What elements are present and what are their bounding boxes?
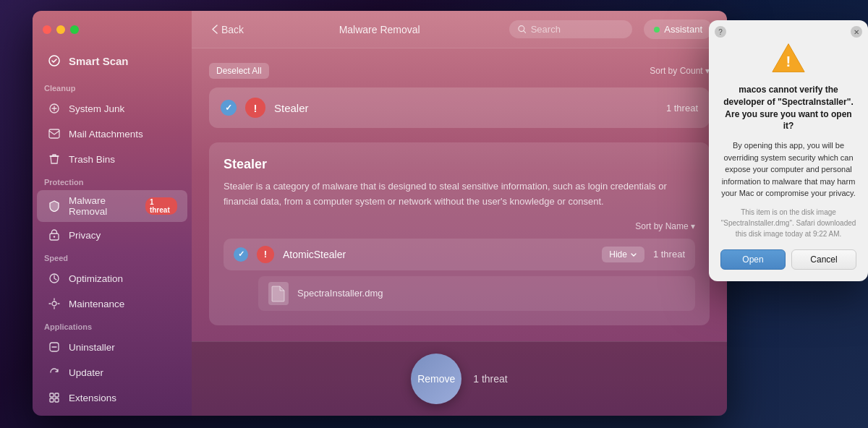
content-area: Deselect All Sort by Count ▾ ✓ ! Stealer… bbox=[192, 48, 727, 341]
file-row: SpectraInstaller.dmg bbox=[258, 276, 695, 311]
stealer-card: ✓ ! Stealer 1 threat bbox=[209, 87, 710, 128]
atomic-stealer-row: ✓ ! AtomicStealer Hide 1 threat bbox=[224, 239, 695, 270]
sidebar-item-extensions[interactable]: Extensions bbox=[37, 385, 187, 410]
privacy-label: Privacy bbox=[69, 230, 101, 241]
files-section: Files bbox=[33, 411, 192, 416]
svg-rect-8 bbox=[50, 393, 54, 397]
sidebar-item-malware-removal[interactable]: Malware Removal 1 threat bbox=[37, 190, 187, 222]
file-name: SpectraInstaller.dmg bbox=[297, 288, 383, 299]
remove-button[interactable]: Remove bbox=[411, 354, 461, 404]
atomic-threat-count: 1 threat bbox=[653, 249, 685, 260]
malware-removal-icon bbox=[47, 199, 61, 213]
dialog-body-text: By opening this app, you will be overrid… bbox=[720, 140, 856, 200]
back-button[interactable]: Back bbox=[206, 21, 250, 38]
dialog-body: ! macos cannot verify the developer of "… bbox=[709, 20, 868, 281]
detail-title: Stealer bbox=[224, 157, 695, 172]
dialog-warning-icon: ! bbox=[771, 40, 806, 75]
smart-scan-label: Smart Scan bbox=[69, 55, 129, 67]
hide-button[interactable]: Hide bbox=[602, 247, 644, 262]
minimize-button[interactable] bbox=[56, 25, 65, 34]
sidebar-item-smart-scan[interactable]: Smart Scan bbox=[37, 46, 187, 75]
smart-scan-icon bbox=[47, 54, 61, 68]
malware-removal-label: Malware Removal bbox=[69, 195, 138, 217]
section-header: Deselect All Sort by Count ▾ bbox=[209, 63, 710, 79]
dialog-cancel-button[interactable]: Cancel bbox=[791, 249, 856, 270]
stealer-check: ✓ bbox=[221, 100, 237, 116]
atomic-stealer-name: AtomicStealer bbox=[283, 249, 593, 260]
applications-section: Applications bbox=[33, 317, 192, 334]
main-header: Back Malware Removal Assistant bbox=[192, 11, 727, 48]
sidebar-item-system-junk[interactable]: System Junk bbox=[37, 96, 187, 121]
dialog-open-button[interactable]: Open bbox=[720, 249, 786, 270]
atomic-stealer-warning-icon: ! bbox=[257, 246, 274, 263]
maintenance-icon bbox=[47, 296, 61, 311]
speed-section: Speed bbox=[33, 248, 192, 265]
malware-threat-badge: 1 threat bbox=[145, 197, 177, 215]
remove-threat-count: 1 threat bbox=[473, 373, 507, 385]
trash-bins-label: Trash Bins bbox=[69, 154, 115, 165]
search-bar[interactable] bbox=[509, 20, 632, 38]
sidebar: Smart Scan Cleanup System Junk Mail Atta… bbox=[33, 11, 192, 416]
privacy-icon bbox=[47, 228, 61, 242]
dialog-help-icon: ? bbox=[715, 26, 726, 38]
svg-rect-10 bbox=[50, 398, 54, 402]
chevron-down-icon bbox=[630, 251, 637, 258]
dialog-buttons: Open Cancel bbox=[720, 249, 856, 270]
header-title: Malware Removal bbox=[261, 24, 498, 35]
mail-attachments-label: Mail Attachments bbox=[69, 129, 143, 140]
window-controls bbox=[33, 25, 192, 46]
sort-name-label[interactable]: Sort by Name ▾ bbox=[635, 221, 695, 231]
protection-section: Protection bbox=[33, 172, 192, 189]
svg-rect-11 bbox=[55, 398, 59, 402]
sidebar-item-optimization[interactable]: Optimization bbox=[37, 266, 187, 291]
assistant-status-dot bbox=[654, 27, 660, 33]
main-content: Back Malware Removal Assistant Deselect … bbox=[192, 11, 727, 416]
deselect-all-button[interactable]: Deselect All bbox=[209, 63, 269, 79]
updater-icon bbox=[47, 365, 61, 380]
sidebar-item-trash-bins[interactable]: Trash Bins bbox=[37, 147, 187, 171]
search-input[interactable] bbox=[531, 24, 624, 35]
remove-button-label: Remove bbox=[417, 373, 455, 385]
svg-point-6 bbox=[52, 301, 56, 306]
detail-description: Stealer is a category of malware that is… bbox=[224, 179, 695, 210]
sort-bar: Sort by Name ▾ bbox=[224, 221, 695, 231]
sidebar-item-updater[interactable]: Updater bbox=[37, 360, 187, 385]
svg-text:!: ! bbox=[786, 54, 791, 69]
maximize-button[interactable] bbox=[70, 25, 79, 34]
optimization-label: Optimization bbox=[69, 273, 123, 284]
assistant-button[interactable]: Assistant bbox=[644, 20, 712, 39]
sidebar-item-maintenance[interactable]: Maintenance bbox=[37, 291, 187, 316]
assistant-label: Assistant bbox=[664, 24, 702, 35]
dmg-file-icon bbox=[268, 282, 289, 305]
maintenance-label: Maintenance bbox=[69, 299, 124, 309]
atomic-stealer-check: ✓ bbox=[234, 247, 248, 262]
remove-bar: Remove 1 threat bbox=[192, 341, 727, 416]
uninstaller-label: Uninstaller bbox=[69, 342, 115, 353]
svg-rect-2 bbox=[49, 129, 59, 138]
sidebar-item-mail-attachments[interactable]: Mail Attachments bbox=[37, 121, 187, 146]
extensions-icon bbox=[47, 390, 61, 405]
sidebar-item-privacy[interactable]: Privacy bbox=[37, 223, 187, 247]
optimization-icon bbox=[47, 271, 61, 286]
sort-count-label[interactable]: Sort by Count ▾ bbox=[650, 66, 710, 76]
system-junk-icon bbox=[47, 101, 61, 116]
stealer-warning-icon: ! bbox=[245, 98, 265, 118]
search-icon bbox=[518, 25, 526, 34]
security-dialog: ✕ ? ! macos cannot verify the developer … bbox=[709, 20, 868, 281]
dialog-note-text: This item is on the disk image "SpectraI… bbox=[720, 207, 856, 239]
detail-section: Stealer Stealer is a category of malware… bbox=[209, 142, 710, 325]
updater-label: Updater bbox=[69, 367, 103, 378]
app-window: Smart Scan Cleanup System Junk Mail Atta… bbox=[33, 11, 727, 416]
stealer-name: Stealer bbox=[274, 102, 658, 114]
sidebar-item-uninstaller[interactable]: Uninstaller bbox=[37, 335, 187, 359]
svg-point-4 bbox=[54, 236, 55, 237]
svg-rect-9 bbox=[55, 393, 59, 397]
mail-attachments-icon bbox=[47, 127, 61, 141]
uninstaller-icon bbox=[47, 340, 61, 354]
system-junk-label: System Junk bbox=[69, 103, 124, 114]
close-button[interactable] bbox=[43, 25, 51, 34]
stealer-threat-count: 1 threat bbox=[666, 103, 698, 114]
dialog-close-button[interactable]: ✕ bbox=[851, 26, 862, 38]
cleanup-section: Cleanup bbox=[33, 78, 192, 95]
dialog-title: macos cannot verify the developer of "Sp… bbox=[720, 84, 856, 132]
